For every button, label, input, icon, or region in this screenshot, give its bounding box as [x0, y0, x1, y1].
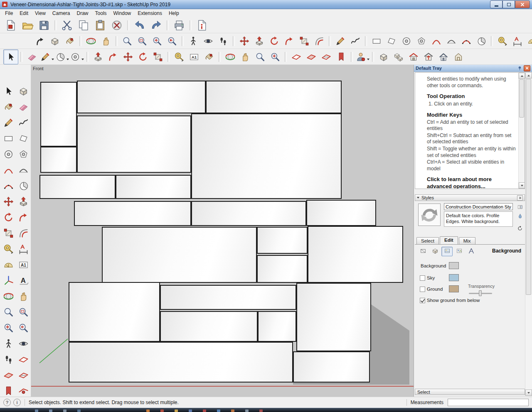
protractor-button[interactable]: [525, 34, 532, 49]
stone-block[interactable]: [258, 311, 296, 342]
three-point-arc-button[interactable]: [1, 179, 16, 193]
paint-bucket-button[interactable]: [62, 34, 77, 49]
arcs-button[interactable]: [54, 49, 69, 64]
stone-block[interactable]: [40, 82, 77, 147]
stone-block[interactable]: [69, 282, 160, 342]
freehand-button[interactable]: [348, 34, 363, 49]
3d-warehouse-button[interactable]: [406, 49, 421, 64]
taskbar-icon[interactable]: [259, 410, 263, 412]
stone-block[interactable]: [257, 255, 308, 283]
home-button[interactable]: [436, 49, 451, 64]
tape-measure-button[interactable]: [495, 34, 510, 49]
background-settings-button[interactable]: [441, 247, 453, 256]
styles-tab-select[interactable]: Select: [416, 237, 439, 244]
cut-button[interactable]: [59, 17, 75, 33]
edge-settings-button[interactable]: [417, 247, 429, 256]
scale-button[interactable]: [297, 34, 312, 49]
stone-block[interactable]: [306, 200, 376, 226]
look-around-button[interactable]: [201, 34, 216, 49]
ground-checkbox[interactable]: [420, 287, 425, 292]
menu-item-draw[interactable]: Draw: [74, 10, 92, 17]
section-fill-button[interactable]: [304, 49, 319, 64]
scroll-up-button[interactable]: [525, 72, 532, 78]
three-point-arc-button[interactable]: [459, 34, 474, 49]
background-color-swatch[interactable]: [449, 262, 459, 269]
instructor-scrollbar[interactable]: [518, 73, 525, 189]
make-component-button[interactable]: [16, 84, 31, 98]
stone-block[interactable]: [191, 201, 306, 226]
close-button[interactable]: [515, 0, 530, 8]
windows-taskbar[interactable]: [0, 408, 532, 412]
stone-block[interactable]: [39, 175, 116, 199]
taskbar-icon[interactable]: [146, 410, 150, 412]
menu-item-tools[interactable]: Tools: [92, 10, 110, 17]
style-thumbnail[interactable]: [418, 204, 441, 226]
taskbar-icon[interactable]: [35, 410, 38, 412]
ground-color-swatch[interactable]: [449, 285, 459, 292]
menu-item-help[interactable]: Help: [165, 10, 182, 17]
taskbar-icon[interactable]: [231, 410, 234, 412]
taskbar-icon[interactable]: [160, 410, 164, 412]
face-settings-button[interactable]: [429, 247, 441, 256]
text-button[interactable]: A1: [16, 258, 31, 272]
section-cuts-button[interactable]: [1, 384, 16, 398]
copy-button[interactable]: [75, 17, 92, 33]
zoom-button[interactable]: [1, 305, 16, 319]
follow-me-button[interactable]: [16, 210, 31, 225]
pan-button[interactable]: [16, 289, 31, 304]
sky-checkbox[interactable]: [420, 275, 425, 281]
menu-item-camera[interactable]: Camera: [49, 10, 74, 17]
push-pull-button[interactable]: [91, 49, 106, 64]
pin-icon[interactable]: [517, 66, 522, 71]
section-cut-button[interactable]: [16, 384, 31, 398]
orbit-button[interactable]: [84, 34, 99, 49]
styles-tab-edit[interactable]: Edit: [440, 236, 458, 244]
line-button[interactable]: [1, 115, 16, 130]
follow-me-button[interactable]: [282, 34, 297, 49]
save-button[interactable]: [36, 17, 52, 33]
stone-block[interactable]: [206, 81, 342, 113]
circle-button[interactable]: [399, 34, 414, 49]
tray-close-button[interactable]: [524, 65, 530, 71]
move-button[interactable]: [237, 34, 252, 49]
menu-item-file[interactable]: File: [2, 10, 16, 17]
menu-item-view[interactable]: View: [32, 10, 49, 17]
maximize-button[interactable]: [502, 0, 515, 8]
sky-color-swatch[interactable]: [449, 274, 459, 281]
extension-warehouse-button[interactable]: [451, 49, 466, 64]
polygon-button[interactable]: [16, 147, 31, 162]
style-builder-icon[interactable]: [516, 212, 524, 220]
help-icon[interactable]: ?: [3, 399, 11, 406]
watermark-settings-button[interactable]: [453, 247, 465, 256]
section-plane-button[interactable]: [16, 352, 31, 367]
freehand-button[interactable]: [16, 115, 31, 130]
styles-close-button[interactable]: [517, 195, 523, 201]
modeling-settings-button[interactable]: [466, 247, 477, 256]
move-button[interactable]: [1, 194, 16, 209]
rotate-button[interactable]: [1, 210, 16, 225]
position-camera-button[interactable]: [186, 34, 201, 49]
circles-button[interactable]: [69, 49, 84, 64]
taskbar-icon[interactable]: [63, 410, 66, 412]
menu-item-window[interactable]: Window: [110, 10, 135, 17]
share-model-button[interactable]: [421, 49, 436, 64]
follow-me-button[interactable]: [106, 49, 121, 64]
walk-button[interactable]: [1, 352, 16, 367]
taskbar-icon[interactable]: [189, 410, 192, 412]
tape-measure-button[interactable]: [172, 49, 187, 64]
arc-button[interactable]: [429, 34, 444, 49]
rotated-rectangle-button[interactable]: [16, 131, 31, 146]
transparency-slider-thumb[interactable]: [479, 290, 482, 296]
rectangle-button[interactable]: [1, 131, 16, 146]
text-button[interactable]: A1: [187, 49, 202, 64]
menu-item-extensions[interactable]: Extensions: [134, 10, 165, 17]
position-camera-button[interactable]: [1, 336, 16, 351]
3d-text-button[interactable]: A: [16, 273, 31, 288]
select-panel-header[interactable]: Select: [415, 389, 525, 395]
protractor-button[interactable]: [1, 258, 16, 272]
tape-measure-button[interactable]: [1, 242, 16, 256]
eraser-button[interactable]: [25, 49, 39, 64]
update-style-icon[interactable]: [516, 224, 524, 233]
secondary-pane-icon[interactable]: [516, 203, 524, 211]
axes-button[interactable]: [1, 273, 16, 288]
